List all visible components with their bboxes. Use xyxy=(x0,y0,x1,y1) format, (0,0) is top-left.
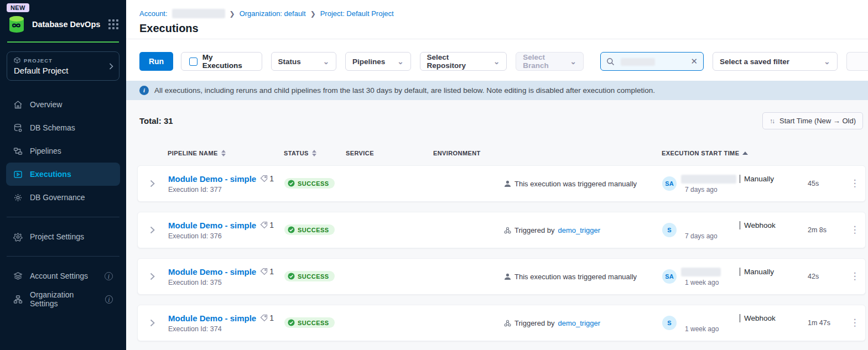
trigger-text: Triggered by xyxy=(514,319,555,327)
pipeline-name-link[interactable]: Module Demo - simple xyxy=(168,267,256,276)
chevron-down-icon: ⌄ xyxy=(323,57,329,66)
time-ago: 1 week ago xyxy=(685,279,808,286)
sidebar: NEW Database DevOps PROJECT Default Proj… xyxy=(0,0,126,350)
branch-dropdown: Select Branch ⌄ xyxy=(516,52,583,71)
pipeline-name-link[interactable]: Module Demo - simple xyxy=(168,221,256,230)
search-icon xyxy=(606,58,615,66)
trigger-mode: Manually xyxy=(740,268,774,276)
breadcrumb: Account: ❯ Organization: default ❯ Proje… xyxy=(139,9,855,18)
sidebar-item-organization-settings[interactable]: Organization Settings i xyxy=(6,288,120,311)
trigger-cell: This execution was triggered manually xyxy=(504,180,662,188)
status-badge: SUCCESS xyxy=(284,317,335,328)
sidebar-item-pipelines[interactable]: Pipelines xyxy=(6,139,120,163)
header-execution-start-time[interactable]: EXECUTION START TIME xyxy=(662,150,866,156)
chevron-down-icon: ⌄ xyxy=(570,57,576,66)
page-header: Account: ❯ Organization: default ❯ Proje… xyxy=(126,0,868,39)
sort-button[interactable]: ↑↓ Start Time (New → Old) xyxy=(762,112,863,129)
expand-chevron-icon[interactable] xyxy=(138,180,168,187)
trigger-mode: Webhook xyxy=(740,221,776,229)
check-circle-icon xyxy=(288,273,295,280)
execution-rows: Module Demo - simple 1 Execution Id: 377… xyxy=(126,165,868,341)
project-name: Default Project xyxy=(14,66,112,75)
trigger-link[interactable]: demo_trigger xyxy=(558,319,601,327)
tag-icon xyxy=(260,268,268,275)
execution-id: Execution Id: 375 xyxy=(168,279,284,286)
execution-row[interactable]: Module Demo - simple 1 Execution Id: 375… xyxy=(137,258,866,295)
status-dropdown[interactable]: Status ⌄ xyxy=(271,52,336,71)
checkbox-icon[interactable] xyxy=(189,58,197,66)
redacted-account-name xyxy=(172,9,225,18)
total-count: Total: 31 xyxy=(139,112,173,126)
pipelines-dropdown[interactable]: Pipelines ⌄ xyxy=(345,52,410,71)
tag-count: 1 xyxy=(269,314,274,322)
db-schemas-icon xyxy=(13,123,23,133)
execution-row[interactable]: Module Demo - simple 1 Execution Id: 377… xyxy=(137,165,866,202)
governance-gear-icon xyxy=(13,193,23,202)
trigger-link[interactable]: demo_trigger xyxy=(558,226,601,234)
brand-name: Database DevOps xyxy=(32,20,103,29)
sidebar-item-overview[interactable]: Overview xyxy=(6,93,120,116)
redacted-user-name xyxy=(681,175,736,184)
filter-button-cutoff[interactable] xyxy=(846,52,868,71)
chevron-down-icon: ⌄ xyxy=(824,57,830,66)
execution-row[interactable]: Module Demo - simple 1 Execution Id: 376… xyxy=(137,212,866,248)
search-box[interactable]: ✕ xyxy=(600,52,704,71)
tag-count: 1 xyxy=(269,267,274,276)
repository-dropdown[interactable]: Select Repository ⌄ xyxy=(420,52,507,71)
sort-arrows-icon: ↑↓ xyxy=(770,117,774,125)
app-grid-icon[interactable] xyxy=(108,19,118,29)
expand-chevron-icon[interactable] xyxy=(138,226,168,234)
home-icon xyxy=(13,100,23,109)
project-cube-icon xyxy=(14,57,20,64)
row-menu-icon[interactable]: ⋮ xyxy=(849,320,861,326)
sidebar-item-db-schemas[interactable]: DB Schemas xyxy=(6,116,120,139)
breadcrumb-organization[interactable]: Organization: default xyxy=(240,9,306,18)
status-text: SUCCESS xyxy=(298,273,329,280)
execution-row[interactable]: Module Demo - simple 1 Execution Id: 374… xyxy=(137,305,866,341)
pipeline-name-link[interactable]: Module Demo - simple xyxy=(168,314,256,323)
tag-icon xyxy=(260,221,268,229)
my-executions-checkbox[interactable]: My Executions xyxy=(181,52,262,71)
table-header: PIPELINE NAME STATUS SERVICE ENVIRONMENT… xyxy=(137,148,866,159)
run-button[interactable]: Run xyxy=(139,52,173,71)
header-status[interactable]: STATUS xyxy=(284,150,346,156)
header-pipeline-name[interactable]: PIPELINE NAME xyxy=(168,150,284,156)
project-selector[interactable]: PROJECT Default Project xyxy=(7,51,119,81)
check-circle-icon xyxy=(288,180,295,187)
start-time-cell: S Webhook 1 week ago 1m 47s ⋮ xyxy=(662,314,865,333)
expand-chevron-icon[interactable] xyxy=(138,273,168,280)
duration: 2m 8s xyxy=(808,226,849,234)
sidebar-item-db-governance[interactable]: DB Governance xyxy=(6,186,120,209)
chevron-down-icon: ⌄ xyxy=(397,57,403,66)
row-menu-icon[interactable]: ⋮ xyxy=(849,227,861,233)
trigger-cell: Triggered by demo_trigger xyxy=(504,319,662,327)
page-title: Executions xyxy=(139,22,855,35)
expand-chevron-icon[interactable] xyxy=(138,319,168,327)
sidebar-item-project-settings[interactable]: Project Settings xyxy=(6,225,120,248)
breadcrumb-account[interactable]: Account: xyxy=(139,9,168,18)
info-icon[interactable]: i xyxy=(105,272,113,280)
breadcrumb-project[interactable]: Project: Default Project xyxy=(320,9,394,18)
trigger-mode: Manually xyxy=(740,175,774,183)
avatar: SA xyxy=(662,269,677,284)
row-menu-icon[interactable]: ⋮ xyxy=(849,181,861,186)
chevron-right-icon xyxy=(109,63,113,70)
sort-toggle-icon[interactable] xyxy=(312,150,316,156)
info-icon[interactable]: i xyxy=(105,295,113,304)
duration: 1m 47s xyxy=(808,319,849,327)
clear-search-icon[interactable]: ✕ xyxy=(690,56,698,66)
breadcrumb-separator-icon: ❯ xyxy=(230,10,235,18)
row-menu-icon[interactable]: ⋮ xyxy=(849,274,861,279)
time-ago: 1 week ago xyxy=(685,325,808,333)
sidebar-item-executions[interactable]: Executions xyxy=(6,163,120,186)
pipeline-name-link[interactable]: Module Demo - simple xyxy=(168,174,256,184)
tag-count: 1 xyxy=(269,174,274,183)
execution-id: Execution Id: 377 xyxy=(168,186,284,194)
info-icon: i xyxy=(139,86,149,95)
sidebar-item-account-settings[interactable]: Account Settings i xyxy=(6,264,120,288)
project-label: PROJECT xyxy=(24,58,53,64)
sort-toggle-icon[interactable] xyxy=(221,150,226,156)
saved-filter-dropdown[interactable]: Select a saved filter ⌄ xyxy=(713,52,838,71)
executions-list: Total: 31 ↑↓ Start Time (New → Old) PIPE… xyxy=(126,100,868,350)
trigger-text: This execution was triggered manually xyxy=(514,273,637,281)
